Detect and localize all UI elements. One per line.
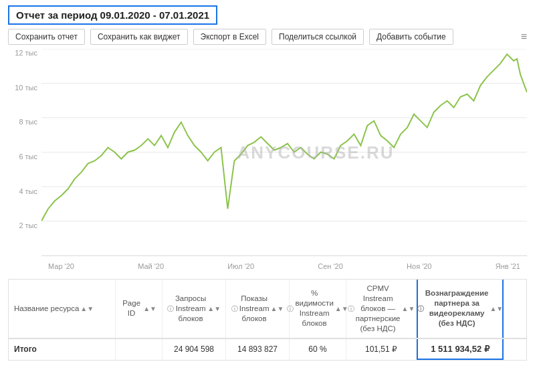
y-label-8: 8 тыс [19,118,37,126]
sort-pokaz-icon: ▲▼ [270,304,284,313]
sort-name-icon: ▲▼ [80,304,94,313]
sort-pageid-icon: ▲▼ [143,304,156,313]
info-pct-icon: ⓘ [287,304,294,313]
th-pct[interactable]: ⓘ % видимости Instream блоков ▲▼ [290,280,346,338]
td-total-cpm: 101,51 ₽ [346,339,417,360]
info-voznag-icon: ⓘ [417,304,424,313]
th-voznag[interactable]: ⓘ Вознаграждение партнера за видеореклам… [417,280,504,338]
toolbar: Сохранить отчет Сохранить как виджет Экс… [8,29,527,45]
share-link-button[interactable]: Поделиться ссылкой [272,29,364,45]
info-cpm-icon: ⓘ [348,304,354,313]
x-label-jan: Янв '21 [496,262,520,270]
save-report-button[interactable]: Сохранить отчет [8,29,85,45]
td-total-pct: 60 % [290,339,346,360]
x-axis-labels: Мар '20 Май '20 Июл '20 Сен '20 Ноя '20 … [41,256,527,276]
td-total-pageid [116,339,163,360]
report-title: Отчет за период 09.01.2020 - 07.01.2021 [8,5,217,25]
chart-canvas: ANYCOURSE.RU [41,49,527,256]
y-label-2: 2 тыс [19,221,37,229]
data-table: Название ресурса ▲▼ Page ID ▲▼ ⓘ Запросы… [8,279,527,361]
y-label-4: 4 тыс [19,187,37,195]
y-label-10: 10 тыс [15,84,37,92]
x-label-mar: Мар '20 [48,262,74,270]
add-event-button[interactable]: Добавить событие [369,29,453,45]
y-label-12: 12 тыс [15,49,37,57]
th-cpm[interactable]: ⓘ CPMV Instream блоков — партнерские (бе… [346,280,417,338]
td-total-voznag: 1 511 934,52 ₽ [417,339,504,360]
th-name[interactable]: Название ресурса ▲▼ [9,280,116,338]
x-label-jul: Июл '20 [227,262,254,270]
y-axis-labels: 12 тыс 10 тыс 8 тыс 6 тыс 4 тыс 2 тыс [8,49,41,256]
y-label-6: 6 тыс [19,153,37,161]
sort-cpm-icon: ▲▼ [402,304,415,313]
th-pokaz[interactable]: ⓘ Показы Instream блоков ▲▼ [226,280,290,338]
sort-voznag-icon: ▲▼ [490,304,503,313]
td-total-zapros: 24 904 598 [163,339,226,360]
td-total-name: Итого [9,339,116,360]
x-label-nov: Ноя '20 [407,262,431,270]
table-row-total: Итого 24 904 598 14 893 827 60 % 101,51 … [9,338,526,360]
info-zapros-icon: ⓘ [167,304,174,313]
info-pokaz-icon: ⓘ [231,304,238,313]
th-zapros[interactable]: ⓘ Запросы Instream блоков ▲▼ [163,280,226,338]
td-total-pokaz: 14 893 827 [226,339,290,360]
chart-area: 12 тыс 10 тыс 8 тыс 6 тыс 4 тыс 2 тыс AN… [8,49,527,276]
th-page-id[interactable]: Page ID ▲▼ [116,280,163,338]
x-label-sep: Сен '20 [318,262,343,270]
export-excel-button[interactable]: Экспорт в Excel [193,29,266,45]
table-header: Название ресурса ▲▼ Page ID ▲▼ ⓘ Запросы… [9,280,526,338]
save-widget-button[interactable]: Сохранить как виджет [90,29,188,45]
filter-icon[interactable]: ≡ [521,31,527,43]
chart-line [41,54,527,221]
x-label-may: Май '20 [138,262,164,270]
sort-zapros-icon: ▲▼ [207,304,221,313]
chart-svg [41,49,527,256]
